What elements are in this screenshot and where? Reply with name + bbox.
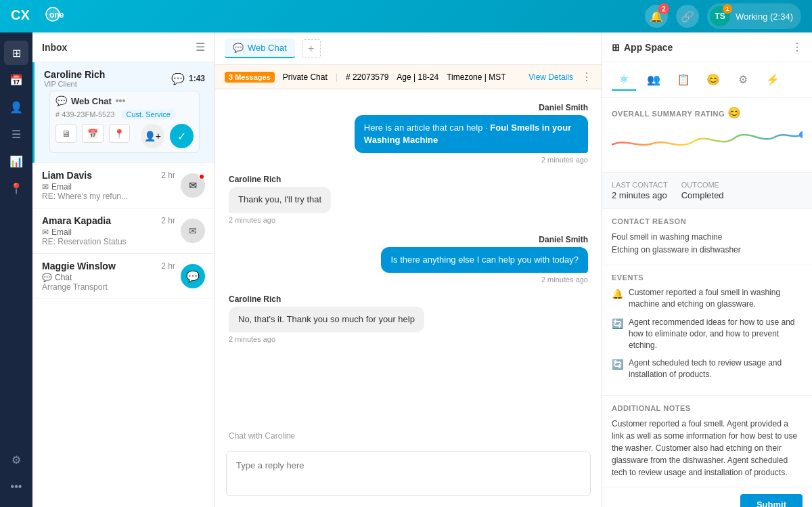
chat-more-btn[interactable]: ⋮ — [581, 70, 592, 83]
accept-btn[interactable]: ✓ — [170, 124, 194, 148]
liam-dot — [198, 173, 205, 180]
liam-avatar: ✉ — [181, 173, 205, 198]
submit-area: Submit — [602, 487, 812, 507]
sidebar-item-map[interactable]: 📍 — [4, 176, 28, 200]
contact-reason-title: CONTACT REASON — [612, 217, 803, 225]
message-1: Daniel Smith Here is an article that can… — [229, 103, 588, 164]
app-space-header: ⊞ App Space ⋮ — [602, 32, 812, 62]
event-3-icon: 🔄 — [612, 358, 623, 380]
sidebar-item-contacts[interactable]: 👤 — [4, 95, 28, 119]
tab-atom[interactable]: ⚛ — [612, 69, 636, 91]
svg-text:CX: CX — [11, 7, 30, 22]
msg2-sender: Caroline Rich — [229, 175, 281, 184]
reply-input[interactable] — [227, 452, 590, 493]
icon-sidebar: ⊞ 📅 👤 ☰ 📊 📍 ⚙ ••• — [0, 32, 32, 507]
sidebar-item-settings[interactable]: ⚙ — [4, 447, 28, 472]
sidebar-item-calendar[interactable]: 📅 — [4, 68, 28, 92]
notes-title: ADDITIONAL NOTES — [612, 404, 803, 412]
outcome-label: OUTCOME — [681, 181, 724, 189]
link-button[interactable]: 🔗 — [676, 5, 699, 28]
msg2-time: 2 minutes ago — [229, 216, 275, 224]
age: Age | 18-24 — [397, 72, 438, 82]
webchat-expanded: 💬 Web Chat ••• # 439-23FM-5523 Cust. Ser… — [49, 91, 200, 153]
nav-right: 🔔 2 🔗 TS 1 Working (2:34) — [645, 3, 801, 29]
webchat-id: # 439-23FM-5523 Cust. Service — [55, 110, 194, 118]
liam-name: Liam Davis — [42, 170, 92, 181]
msg4-sender: Caroline Rich — [229, 294, 281, 304]
inbox-item-liam[interactable]: Liam Davis 2 hr ✉Email RE: Where's my re… — [32, 163, 215, 208]
tab-users[interactable]: 👥 — [641, 69, 666, 91]
event-3: 🔄 Agent scheduled tech to review usage a… — [612, 357, 803, 380]
inbox-item-maggie[interactable]: Maggie Winslow 2 hr 💬Chat Arrange Transp… — [32, 254, 215, 299]
logo: CX one — [11, 5, 72, 28]
inbox-menu-icon[interactable]: ☰ — [196, 41, 205, 53]
maggie-preview: Arrange Transport — [42, 282, 175, 292]
chat-header: 💬 Web Chat + — [215, 32, 602, 65]
service-badge: Cust. Service — [121, 110, 176, 119]
svg-point-3 — [799, 131, 803, 138]
caroline-sub: VIP Client — [44, 80, 105, 88]
chat-tab-label: Web Chat — [248, 43, 287, 53]
message-3: Daniel Smith Is there anything else I ca… — [229, 235, 588, 284]
inbox-item-caroline[interactable]: Caroline Rich VIP Client 💬 1:43 💬 Web Ch… — [32, 62, 215, 163]
msg2-bubble: Thank you, I'll try that — [229, 187, 331, 213]
tab-settings[interactable]: ⚙ — [731, 69, 755, 91]
event-2: 🔄 Agent recommended ideas for how to use… — [612, 317, 803, 351]
amara-type: ✉Email — [42, 227, 175, 237]
amara-avatar: ✉ — [181, 219, 205, 243]
app-space-more[interactable]: ⋮ — [792, 41, 803, 53]
chat-icon: 💬 — [171, 72, 185, 85]
msg3-sender: Daniel Smith — [539, 235, 588, 244]
messages-badge: 3 Messages — [225, 72, 275, 83]
tab-lightning[interactable]: ⚡ — [761, 69, 785, 91]
inbox-item-amara[interactable]: Amara Kapadia 2 hr ✉Email RE: Reservatio… — [32, 208, 215, 254]
notes-text: Customer reported a foul smell. Agent pr… — [612, 418, 803, 479]
event-1-icon: 🔔 — [612, 288, 623, 310]
user-plus-btn[interactable]: 👤+ — [141, 124, 164, 148]
notifications-button[interactable]: 🔔 2 — [645, 5, 668, 28]
amara-time: 2 hr — [161, 216, 175, 225]
screen-share-btn[interactable]: 🖥 — [55, 124, 76, 143]
tab-clipboard[interactable]: 📋 — [671, 69, 696, 91]
outcome-value: Completed — [681, 190, 724, 200]
agent-status[interactable]: TS 1 Working (2:34) — [707, 3, 801, 29]
msg3-time: 2 minutes ago — [541, 275, 588, 284]
msg4-bubble: No, that's it. Thank you so much for you… — [229, 307, 424, 332]
msg1-time: 2 minutes ago — [541, 156, 588, 164]
web-chat-tab[interactable]: 💬 Web Chat — [225, 39, 295, 58]
agent-badge: 1 — [723, 4, 732, 14]
webchat-actions: 🖥 📅 📍 👤+ ✓ — [55, 124, 194, 148]
chat-panel: 💬 Web Chat + 3 Messages Private Chat | #… — [215, 32, 602, 507]
location-btn[interactable]: 📍 — [109, 124, 130, 143]
webchat-label: 💬 Web Chat ••• — [55, 95, 125, 106]
msg4-time: 2 minutes ago — [229, 335, 275, 343]
additional-notes-section: ADDITIONAL NOTES Customer reported a fou… — [602, 396, 812, 487]
contact-reason-section: CONTACT REASON Foul smell in washing mac… — [602, 209, 812, 265]
submit-button[interactable]: Submit — [740, 494, 803, 507]
chat-info-bar: 3 Messages Private Chat | # 22073579 Age… — [215, 65, 602, 89]
last-contact-label: LAST CONTACT — [612, 181, 668, 189]
events-section: EVENTS 🔔 Customer reported a foul smell … — [602, 265, 812, 396]
amara-preview: RE: Reservation Status — [42, 237, 175, 246]
case-number: # 22073579 — [346, 72, 388, 82]
sidebar-item-reports[interactable]: 📊 — [4, 149, 28, 173]
sidebar-item-list[interactable]: ☰ — [4, 122, 28, 146]
caroline-name: Caroline Rich — [44, 69, 105, 80]
view-details-button[interactable]: View Details — [528, 72, 573, 82]
maggie-type: 💬Chat — [42, 273, 175, 282]
liam-time: 2 hr — [161, 171, 175, 180]
calendar-btn[interactable]: 📅 — [82, 124, 103, 143]
msg3-bubble: Is there anything else I can help you wi… — [381, 247, 588, 273]
msg1-bubble: Here is an article that can help · Foul … — [355, 115, 588, 153]
grid-icon: ⊞ — [612, 42, 620, 53]
add-tab-button[interactable]: + — [302, 39, 321, 58]
sidebar-item-home[interactable]: ⊞ — [4, 41, 28, 65]
contact-reason-text: Foul smell in washing machine Etching on… — [612, 231, 803, 257]
webchat-more[interactable]: ••• — [116, 95, 126, 106]
tab-sentiment[interactable]: 😊 — [701, 69, 725, 91]
sidebar-item-more[interactable]: ••• — [4, 475, 28, 499]
inbox-header: Inbox ☰ — [32, 32, 215, 62]
message-4: Caroline Rich No, that's it. Thank you s… — [229, 294, 588, 343]
last-contact-value: 2 minutes ago — [612, 190, 668, 200]
messages-area: Daniel Smith Here is an article that can… — [215, 89, 602, 427]
